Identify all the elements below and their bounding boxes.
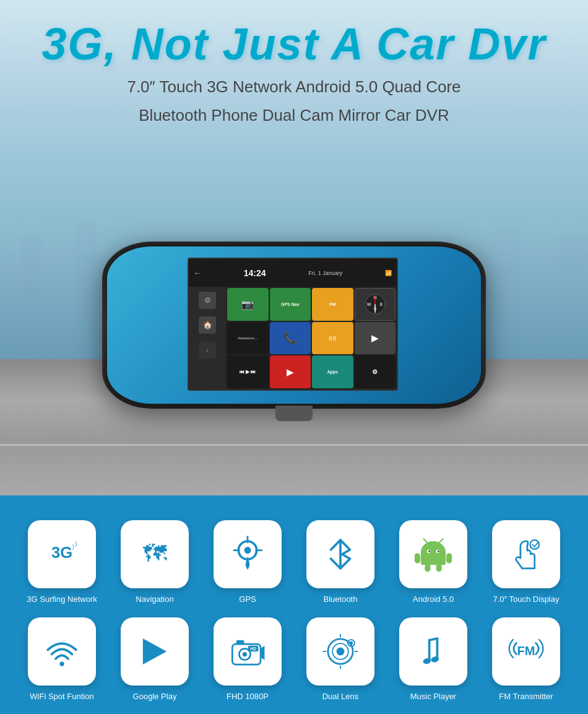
feature-android-icon-box [399, 520, 467, 588]
mirror-body: ← 14:24 Fri, 1 January 📶 ⚙ 🏠 ♪ [102, 242, 486, 409]
feature-wifi: WiFi Spot Funtion [19, 617, 105, 702]
feature-android: Android 5.0 [390, 520, 477, 605]
tile-gps[interactable]: GPS Nav [270, 288, 311, 321]
android-icon [413, 534, 453, 574]
feature-gps: GPS [204, 520, 291, 605]
screen-date: Fri, 1 January [308, 270, 342, 276]
main-title: 3G, Not Just A Car Dvr [0, 19, 588, 69]
tile-camera[interactable]: 📷 [227, 288, 269, 321]
home-icon[interactable]: 🏠 [199, 316, 216, 334]
svg-point-22 [244, 547, 251, 554]
tile-settings2[interactable]: ⚙ [355, 355, 396, 388]
feature-bluetooth: Bluetooth [297, 520, 384, 605]
feature-wifi-label: WiFi Spot Funtion [30, 692, 93, 702]
screen-main-grid: 📷 GPS Nav FM N S W E [226, 287, 397, 390]
mirror-blue: ← 14:24 Fri, 1 January 📶 ⚙ 🏠 ♪ [107, 246, 481, 404]
feature-duallens: Dual Lens [297, 617, 384, 702]
svg-point-52 [350, 641, 353, 644]
feature-googleplay: Google Play [111, 617, 198, 702]
svg-rect-37 [425, 564, 430, 572]
feature-3g: 3G ) ) 3G Surfing Network [19, 520, 105, 605]
svg-rect-38 [436, 564, 442, 572]
feature-nav-icon-box: 🗺 [121, 520, 189, 588]
svg-rect-36 [446, 553, 452, 563]
feature-wifi-icon-box [28, 617, 96, 686]
feature-music-icon-box [399, 617, 467, 686]
music-icon[interactable]: ♪ [199, 341, 216, 359]
sub-title-1: 7.0″ Touch 3G Network Android 5.0 Quad C… [0, 76, 588, 98]
status-icons: 📶 [385, 270, 392, 276]
feature-music-label: Music Player [410, 692, 456, 702]
tile-wifi2[interactable]: ((·)) [312, 322, 353, 355]
gps-icon [228, 534, 267, 574]
feature-touch-icon-box [492, 520, 560, 588]
svg-rect-35 [415, 553, 420, 563]
feature-navigation: 🗺 Navigation [111, 520, 198, 605]
tile-compass: N S W E [355, 288, 396, 321]
mirror-screen: ← 14:24 Fri, 1 January 📶 ⚙ 🏠 ♪ [188, 258, 398, 391]
svg-rect-28 [421, 552, 446, 565]
touch-icon [506, 534, 546, 574]
screen-time: 14:24 [244, 268, 266, 278]
feature-gps-icon-box [214, 520, 282, 588]
tile-phone[interactable]: 📞 [270, 322, 311, 355]
feature-bluetooth-label: Bluetooth [324, 594, 358, 605]
svg-text:): ) [75, 541, 77, 547]
svg-point-32 [438, 551, 439, 552]
tile-vol[interactable]: ▶ [355, 322, 396, 355]
road-line [0, 444, 588, 446]
settings-icon[interactable]: ⚙ [199, 292, 216, 309]
navigation-icon: 🗺 [135, 534, 175, 574]
feature-fm-icon-box: FM [492, 617, 560, 686]
back-button[interactable]: ← [194, 269, 201, 277]
fm-icon: FM [506, 632, 546, 671]
feature-fhd-icon-box: HD [214, 617, 282, 686]
svg-marker-41 [143, 638, 166, 664]
feature-fm: FM FM Transmitter [483, 617, 569, 702]
svg-text:): ) [72, 544, 74, 550]
3g-icon: 3G ) ) [42, 534, 82, 574]
wifi-icon [42, 632, 82, 671]
svg-point-44 [243, 652, 247, 656]
features-section: 3G ) ) 3G Surfing Network 🗺 Navigation [0, 495, 588, 714]
svg-point-50 [337, 647, 345, 655]
svg-point-39 [530, 540, 539, 549]
tile-fm[interactable]: FM [312, 288, 353, 321]
music-icon [413, 632, 453, 671]
screen-statusbar: ← 14:24 Fri, 1 January 📶 [189, 259, 397, 287]
feature-fhd: HD FHD 1080P [204, 617, 291, 702]
features-row-1: 3G ) ) 3G Surfing Network 🗺 Navigation [19, 520, 569, 605]
screen-sidebar: ⚙ 🏠 ♪ [189, 287, 226, 390]
mirror-device: ← 14:24 Fri, 1 January 📶 ⚙ 🏠 ♪ [102, 242, 486, 409]
title-area: 3G, Not Just A Car Dvr 7.0″ Touch 3G Net… [0, 19, 588, 127]
svg-text:FM: FM [517, 644, 535, 658]
tile-apps[interactable]: Apps [312, 355, 353, 388]
feature-3g-label: 3G Surfing Network [27, 594, 97, 605]
feature-android-label: Android 5.0 [413, 594, 454, 605]
googleplay-icon [135, 632, 175, 671]
svg-text:HD: HD [251, 647, 257, 651]
feature-gp-icon-box [121, 617, 189, 686]
mirror-mount [275, 406, 313, 421]
feature-dl-icon-box [306, 617, 374, 686]
svg-point-31 [428, 551, 430, 552]
feature-touch: 7.0″ Touch Display [483, 520, 569, 605]
feature-bt-icon-box [306, 520, 374, 588]
feature-navigation-label: Navigation [136, 594, 173, 605]
hero-section: 3G, Not Just A Car Dvr 7.0″ Touch 3G Net… [0, 0, 588, 495]
svg-rect-45 [236, 640, 244, 645]
tile-player[interactable]: ⏮▶⏭ [227, 355, 269, 388]
tile-text[interactable]: Нажмите... [227, 322, 269, 355]
duallens-icon [321, 632, 360, 671]
feature-gps-label: GPS [239, 594, 256, 605]
feature-gp-label: Google Play [133, 692, 177, 702]
screen-ui: ← 14:24 Fri, 1 January 📶 ⚙ 🏠 ♪ [189, 259, 397, 390]
feature-fhd-label: FHD 1080P [227, 692, 269, 702]
svg-text:W: W [366, 302, 371, 307]
feature-music: Music Player [390, 617, 477, 702]
tile-playstore[interactable]: ▶ [270, 355, 311, 388]
svg-text:🗺: 🗺 [143, 540, 167, 567]
features-row-2: WiFi Spot Funtion Google Play [19, 617, 569, 702]
svg-text:3G: 3G [51, 544, 72, 561]
sub-title-2: Bluetooth Phone Dual Cam Mirror Car DVR [0, 104, 588, 126]
